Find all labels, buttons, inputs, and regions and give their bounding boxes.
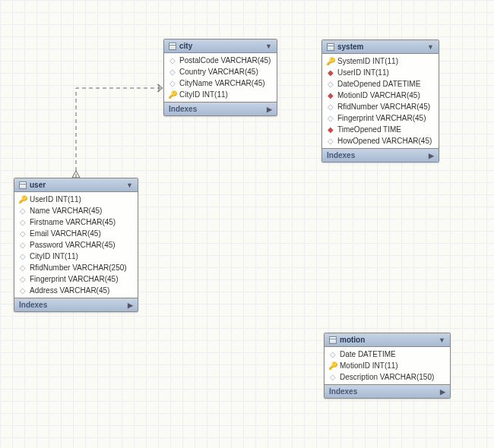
column-label: PostalCode VARCHAR(45) <box>179 56 271 65</box>
column-row[interactable]: ◇Date DATETIME <box>325 349 450 360</box>
column-row[interactable]: ◆TimeOpened TIME <box>322 124 439 135</box>
column-icon: ◇ <box>327 103 334 111</box>
indexes-label: Indexes <box>169 105 197 113</box>
column-row[interactable]: ◇Address VARCHAR(45) <box>14 285 138 296</box>
column-icon: ◇ <box>19 219 27 226</box>
column-label: CityID INT(11) <box>30 252 78 260</box>
column-row[interactable]: ◇Firstname VARCHAR(45) <box>14 216 138 228</box>
column-label: SystemID INT(11) <box>337 57 398 65</box>
table-columns-system: 🔑SystemID INT(11)◆UserID INT(11)◇DateOpe… <box>322 54 439 148</box>
column-row[interactable]: ◇Password VARCHAR(45) <box>14 239 138 251</box>
column-icon: ◇ <box>327 115 334 122</box>
column-label: Fingerprint VARCHAR(45) <box>337 114 426 122</box>
indexes-label: Indexes <box>329 387 357 396</box>
column-row[interactable]: ◇CityName VARCHAR(45) <box>164 77 277 89</box>
primary-key-icon: 🔑 <box>329 362 337 370</box>
table-header-system[interactable]: system ▼ <box>322 40 439 54</box>
indexes-label: Indexes <box>19 301 47 309</box>
foreign-key-icon: ◆ <box>327 69 334 77</box>
column-row[interactable]: 🔑SystemID INT(11) <box>322 55 439 67</box>
table-header-user[interactable]: user ▼ <box>14 178 138 192</box>
table-footer-user[interactable]: Indexes ▶ <box>14 298 138 311</box>
column-icon: ◇ <box>327 80 334 88</box>
table-columns-city: ◇PostalCode VARCHAR(45)◇Country VARCHAR(… <box>164 53 277 102</box>
column-row[interactable]: ◇PostalCode VARCHAR(45) <box>164 55 277 66</box>
column-row[interactable]: 🔑MotionID INT(11) <box>325 360 450 371</box>
table-footer-city[interactable]: Indexes ▶ <box>164 102 277 115</box>
table-icon <box>169 43 176 50</box>
primary-key-icon: 🔑 <box>169 91 176 99</box>
collapse-icon[interactable]: ▼ <box>439 336 445 344</box>
table-footer-motion[interactable]: Indexes ▶ <box>325 384 450 398</box>
column-row[interactable]: ◆MotionID VARCHAR(45) <box>322 90 439 101</box>
collapse-icon[interactable]: ▼ <box>265 43 272 50</box>
column-row[interactable]: ◇CityID INT(11) <box>14 251 138 262</box>
expand-icon[interactable]: ▶ <box>429 152 434 159</box>
column-label: UserID INT(11) <box>337 68 389 77</box>
column-row[interactable]: ◇Description VARCHAR(150) <box>325 371 450 383</box>
column-row[interactable]: 🔑CityID INT(11) <box>164 89 277 100</box>
column-icon: ◇ <box>169 80 176 87</box>
column-label: Address VARCHAR(45) <box>30 286 109 295</box>
table-title: motion <box>340 336 365 344</box>
indexes-label: Indexes <box>327 151 355 159</box>
foreign-key-icon: ◆ <box>327 126 334 134</box>
column-icon: ◇ <box>19 276 27 283</box>
table-title: city <box>179 42 192 50</box>
expand-icon[interactable]: ▶ <box>440 388 445 396</box>
column-label: Name VARCHAR(45) <box>30 207 102 215</box>
column-icon: ◇ <box>329 351 337 358</box>
table-header-city[interactable]: city ▼ <box>164 39 277 53</box>
column-row[interactable]: ◇RfidNumber VARCHAR(250) <box>14 262 138 273</box>
column-row[interactable]: ◆UserID INT(11) <box>322 67 439 78</box>
expand-icon[interactable]: ▶ <box>128 301 133 309</box>
table-title: system <box>337 43 363 51</box>
column-row[interactable]: ◇DateOpened DATETIME <box>322 78 439 90</box>
column-icon: ◇ <box>169 68 176 76</box>
table-title: user <box>30 181 46 189</box>
column-row[interactable]: ◇Fingerprint VARCHAR(45) <box>322 112 439 124</box>
column-label: RfidNumber VARCHAR(45) <box>337 103 430 111</box>
column-label: TimeOpened TIME <box>337 125 401 134</box>
primary-key-icon: 🔑 <box>327 58 334 65</box>
column-icon: ◇ <box>19 253 27 260</box>
column-label: MotionID INT(11) <box>340 361 398 370</box>
expand-icon[interactable]: ▶ <box>267 106 272 113</box>
table-icon <box>329 336 337 344</box>
column-icon: ◇ <box>19 264 27 272</box>
column-label: Firstname VARCHAR(45) <box>30 218 116 226</box>
column-icon: ◇ <box>329 374 337 381</box>
column-label: DateOpened DATETIME <box>337 80 420 88</box>
column-row[interactable]: ◇Country VARCHAR(45) <box>164 66 277 77</box>
column-row[interactable]: ◇Fingerprint VARCHAR(45) <box>14 273 138 285</box>
column-icon: ◇ <box>19 241 27 249</box>
column-row[interactable]: ◇RfidNumber VARCHAR(45) <box>322 101 439 112</box>
column-icon: ◇ <box>19 230 27 238</box>
table-icon <box>327 43 334 51</box>
column-icon: ◇ <box>327 137 334 145</box>
column-icon: ◇ <box>169 57 176 65</box>
column-label: CityName VARCHAR(45) <box>179 79 265 87</box>
column-label: Fingerprint VARCHAR(45) <box>30 275 119 283</box>
table-header-motion[interactable]: motion ▼ <box>325 333 450 347</box>
column-row[interactable]: ◇Email VARCHAR(45) <box>14 228 138 239</box>
column-row[interactable]: ◇HowOpened VARCHAR(45) <box>322 135 439 147</box>
foreign-key-icon: ◆ <box>327 92 334 99</box>
collapse-icon[interactable]: ▼ <box>427 43 434 51</box>
column-row[interactable]: ◇Name VARCHAR(45) <box>14 205 138 216</box>
table-icon <box>19 181 27 189</box>
column-label: HowOpened VARCHAR(45) <box>337 137 432 145</box>
column-label: MotionID VARCHAR(45) <box>337 91 420 99</box>
collapse-icon[interactable]: ▼ <box>126 181 133 189</box>
table-columns-user: 🔑UserID INT(11)◇Name VARCHAR(45)◇Firstna… <box>14 192 138 298</box>
column-icon: ◇ <box>19 207 27 215</box>
column-label: Description VARCHAR(150) <box>340 373 434 381</box>
table-system[interactable]: system ▼ 🔑SystemID INT(11)◆UserID INT(11… <box>321 39 439 162</box>
table-footer-system[interactable]: Indexes ▶ <box>322 148 439 162</box>
table-user[interactable]: user ▼ 🔑UserID INT(11)◇Name VARCHAR(45)◇… <box>14 178 138 312</box>
table-columns-motion: ◇Date DATETIME🔑MotionID INT(11)◇Descript… <box>325 347 450 384</box>
column-row[interactable]: 🔑UserID INT(11) <box>14 194 138 205</box>
table-motion[interactable]: motion ▼ ◇Date DATETIME🔑MotionID INT(11)… <box>324 333 451 399</box>
table-city[interactable]: city ▼ ◇PostalCode VARCHAR(45)◇Country V… <box>163 39 277 116</box>
column-label: UserID INT(11) <box>30 195 81 203</box>
